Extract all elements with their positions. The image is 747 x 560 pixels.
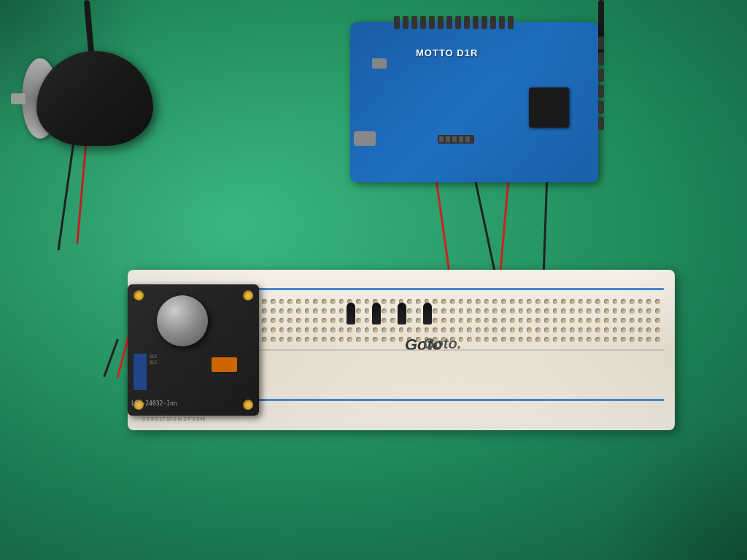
hole (527, 308, 532, 314)
arduino-pin (598, 85, 604, 98)
hole (570, 327, 575, 332)
hole (613, 299, 618, 304)
hole (425, 327, 430, 332)
arduino-pin (411, 16, 417, 29)
hole (433, 318, 438, 323)
hole (296, 318, 301, 323)
hole (570, 299, 575, 304)
hole (339, 337, 344, 342)
arduino-pins-top (394, 16, 514, 29)
scene: MOTTO D1R LGr-24032-1nn (0, 0, 747, 560)
hole (553, 318, 558, 323)
hole (638, 327, 643, 332)
arduino-pin (481, 16, 487, 29)
hole (613, 327, 618, 332)
hole (305, 327, 310, 332)
hole (587, 308, 592, 314)
arduino-chip (529, 88, 569, 128)
hole (501, 327, 506, 332)
hole (373, 337, 378, 342)
hole (544, 327, 549, 332)
hole (296, 337, 301, 342)
hole (501, 299, 506, 304)
hole (587, 327, 592, 332)
hole (492, 327, 498, 332)
hole (287, 299, 293, 304)
hole (433, 327, 438, 332)
hole (390, 337, 395, 342)
hole (313, 308, 318, 314)
hole (322, 327, 327, 332)
hole (279, 318, 285, 323)
hole (450, 299, 455, 304)
hole (510, 318, 515, 323)
hole (296, 327, 301, 332)
hole (305, 299, 310, 304)
hole (578, 308, 584, 314)
hole (416, 318, 421, 323)
hole (356, 337, 361, 342)
hole (271, 327, 276, 332)
encoder-mount-hole-tl (133, 290, 144, 300)
hole (595, 318, 600, 323)
hole (604, 337, 609, 342)
hole (655, 327, 660, 332)
hole (271, 308, 276, 314)
hole (330, 299, 336, 304)
hole (646, 299, 651, 304)
hole (621, 318, 626, 323)
hole (459, 308, 464, 314)
hole (339, 299, 344, 304)
arduino-pin (420, 16, 426, 29)
hole (287, 337, 293, 342)
hole (655, 308, 660, 314)
encoder-connector (133, 354, 147, 390)
hole (416, 327, 421, 332)
arduino-pin (490, 16, 496, 29)
arduino-pin (403, 16, 409, 29)
arduino-pin (438, 16, 444, 29)
hole (510, 337, 515, 342)
hole (630, 299, 635, 304)
hole (587, 299, 592, 304)
hole (621, 327, 626, 332)
hole (613, 308, 618, 314)
hole (519, 327, 524, 332)
hole (305, 318, 310, 323)
hole (638, 337, 643, 342)
hole (638, 318, 643, 323)
hole (347, 337, 352, 342)
hole (570, 318, 575, 323)
hole (339, 327, 344, 332)
hole (604, 327, 609, 332)
hole (287, 327, 293, 332)
hole (484, 308, 489, 314)
arduino-pins-right (598, 36, 604, 130)
hole (561, 318, 566, 323)
hole (441, 327, 446, 332)
hole (262, 337, 267, 342)
hole (271, 299, 276, 304)
hole (382, 337, 387, 342)
hole (621, 299, 626, 304)
hole (296, 299, 301, 304)
hole (467, 299, 472, 304)
hole (519, 308, 524, 314)
arduino-pcb: MOTTO D1R (350, 22, 598, 182)
hole (587, 318, 592, 323)
hole (510, 299, 515, 304)
arduino-board: MOTTO D1R (350, 22, 598, 182)
hole (646, 318, 651, 323)
hole (313, 318, 318, 323)
hole (365, 337, 370, 342)
hole (553, 299, 558, 304)
hole (535, 337, 541, 342)
arduino-pin (464, 16, 470, 29)
hole (305, 308, 310, 314)
hole (646, 337, 651, 342)
hole (279, 327, 285, 332)
hole (535, 308, 541, 314)
hole (492, 318, 498, 323)
hole (519, 299, 524, 304)
hole (553, 337, 558, 342)
